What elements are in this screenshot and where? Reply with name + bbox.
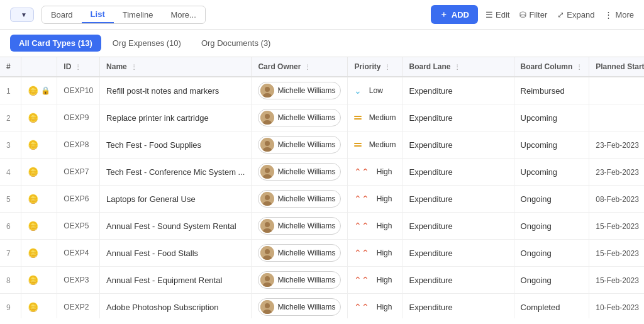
row-icons: 🪙 <box>21 294 57 319</box>
table-row[interactable]: 8 🪙 OEXP3 Annual Fest - Equipment Rental… <box>0 267 644 294</box>
row-owner[interactable]: Michelle Williams <box>252 294 348 319</box>
owner-badge[interactable]: Michelle Williams <box>258 244 341 262</box>
owner-badge[interactable]: Michelle Williams <box>258 298 341 316</box>
tab-list[interactable]: List <box>82 6 114 23</box>
priority-high-icon: ⌃⌃ <box>354 221 369 231</box>
card-type-icon: 🪙 <box>28 248 38 258</box>
owner-badge[interactable]: Michelle Williams <box>258 136 341 154</box>
table-row[interactable]: 7 🪙 OEXP4 Annual Fest - Food Stalls Mich… <box>0 240 644 267</box>
row-name[interactable]: Tech Fest - Food Supplies <box>100 131 252 159</box>
board-lane-col-drag[interactable]: ⋮ <box>454 64 460 70</box>
row-owner[interactable]: Michelle Williams <box>252 104 348 131</box>
owner-badge[interactable]: Michelle Williams <box>258 271 341 289</box>
avatar <box>260 111 274 125</box>
row-priority: ⌃⌃ High <box>348 213 402 240</box>
priority-medium-icon <box>354 116 362 120</box>
priority-col-drag[interactable]: ⋮ <box>384 64 391 70</box>
add-button[interactable]: ＋ ADD <box>431 5 478 24</box>
expand-icon: ⤢ <box>557 10 564 20</box>
owner-badge[interactable]: Michelle Williams <box>258 109 341 126</box>
table-row[interactable]: 9 🪙 OEXP2 Adobe Photoshop Subscription M… <box>0 294 644 319</box>
tab-timeline[interactable]: Timeline <box>114 7 162 23</box>
row-priority: ⌃⌃ High <box>348 240 402 267</box>
row-board-column: Upcoming <box>514 131 589 159</box>
edit-icon: ☰ <box>486 10 493 20</box>
card-type-icon: 🪙 <box>28 140 38 150</box>
board-col-drag[interactable]: ⋮ <box>576 64 582 70</box>
row-planned-start: 10-Feb-2023 <box>589 294 644 319</box>
edit-button[interactable]: ☰ Edit <box>486 10 509 20</box>
priority-high-icon: ⌃⌃ <box>354 275 369 285</box>
tab-more[interactable]: More... <box>162 7 204 23</box>
name-col-drag[interactable]: ⋮ <box>131 64 137 70</box>
table-row[interactable]: 2 🪙 OEXP9 Replace printer ink cartridge … <box>0 104 644 131</box>
row-num: 4 <box>0 159 21 186</box>
row-name[interactable]: Annual Fest - Sound System Rental <box>100 213 252 240</box>
owner-name: Michelle Williams <box>277 303 335 311</box>
id-col-drag[interactable]: ⋮ <box>75 64 81 70</box>
owner-name: Michelle Williams <box>277 276 335 284</box>
row-board-lane: Expenditure <box>402 131 514 159</box>
row-priority: ⌄ Low <box>348 77 402 104</box>
owner-badge[interactable]: Michelle Williams <box>258 190 341 208</box>
row-id: OEXP2 <box>57 294 100 319</box>
tab-board[interactable]: Board <box>42 7 82 23</box>
priority-label: Medium <box>369 113 396 122</box>
row-num: 1 <box>0 77 21 104</box>
row-owner[interactable]: Michelle Williams <box>252 267 348 294</box>
tab-all-card-types[interactable]: All Card Types (13) <box>10 35 101 52</box>
row-id: OEXP3 <box>57 267 100 294</box>
table-row[interactable]: 6 🪙 OEXP5 Annual Fest - Sound System Ren… <box>0 213 644 240</box>
priority-badge: ⌃⌃ High <box>354 221 396 231</box>
row-name[interactable]: Tech Fest - Conference Mic System ... <box>100 159 252 186</box>
table-row[interactable]: 5 🪙 OEXP6 Laptops for General Use Michel… <box>0 186 644 213</box>
col-header-name: Name ⋮ <box>100 57 252 77</box>
avatar <box>260 165 274 179</box>
row-owner[interactable]: Michelle Williams <box>252 186 348 213</box>
avatar <box>260 219 274 233</box>
row-name[interactable]: Replace printer ink cartridge <box>100 104 252 131</box>
tab-org-documents[interactable]: Org Documents (3) <box>192 35 280 52</box>
priority-badge: Medium <box>354 113 396 122</box>
owner-badge[interactable]: Michelle Williams <box>258 163 341 181</box>
table-row[interactable]: 4 🪙 OEXP7 Tech Fest - Conference Mic Sys… <box>0 159 644 186</box>
row-planned-start <box>589 77 644 104</box>
avatar <box>260 273 274 287</box>
expand-button[interactable]: ⤢ Expand <box>557 10 594 20</box>
priority-label: Low <box>369 86 383 95</box>
row-owner[interactable]: Michelle Williams <box>252 240 348 267</box>
owner-name: Michelle Williams <box>277 194 335 203</box>
table-row[interactable]: 1 🪙 🔒 OEXP10 Refill post-it notes and ma… <box>0 77 644 104</box>
row-name[interactable]: Laptops for General Use <box>100 186 252 213</box>
avatar <box>260 246 274 260</box>
more-button[interactable]: ⋮ More <box>604 10 634 20</box>
col-header-num: # <box>0 57 21 77</box>
owner-col-drag[interactable]: ⋮ <box>304 64 311 70</box>
row-board-column: Ongoing <box>514 186 589 213</box>
row-num: 2 <box>0 104 21 131</box>
owner-badge[interactable]: Michelle Williams <box>258 82 341 99</box>
tab-org-expenses[interactable]: Org Expenses (10) <box>104 35 190 52</box>
owner-badge[interactable]: Michelle Williams <box>258 217 341 235</box>
row-owner[interactable]: Michelle Williams <box>252 159 348 186</box>
card-type-tabs: All Card Types (13) Org Expenses (10) Or… <box>0 30 644 57</box>
row-owner[interactable]: Michelle Williams <box>252 213 348 240</box>
row-owner[interactable]: Michelle Williams <box>252 131 348 159</box>
table-row[interactable]: 3 🪙 OEXP8 Tech Fest - Food Supplies Mich… <box>0 131 644 159</box>
row-name[interactable]: Annual Fest - Food Stalls <box>100 240 252 267</box>
row-board-lane: Expenditure <box>402 267 514 294</box>
row-owner[interactable]: Michelle Williams <box>252 77 348 104</box>
filter-button[interactable]: ⛁ Filter <box>519 10 547 20</box>
row-name[interactable]: Refill post-it notes and markers <box>100 77 252 104</box>
row-icons: 🪙 <box>21 104 57 131</box>
row-name[interactable]: Adobe Photoshop Subscription <box>100 294 252 319</box>
row-name[interactable]: Annual Fest - Equipment Rental <box>100 267 252 294</box>
owner-name: Michelle Williams <box>277 221 335 230</box>
priority-high-icon: ⌃⌃ <box>354 167 369 177</box>
row-num: 3 <box>0 131 21 159</box>
all-cards-button[interactable]: ▼ <box>10 8 34 22</box>
row-planned-start: 23-Feb-2023 <box>589 131 644 159</box>
priority-medium-icon <box>354 143 362 147</box>
table-body: 1 🪙 🔒 OEXP10 Refill post-it notes and ma… <box>0 77 644 318</box>
card-type-icon: 🪙 <box>28 86 38 96</box>
